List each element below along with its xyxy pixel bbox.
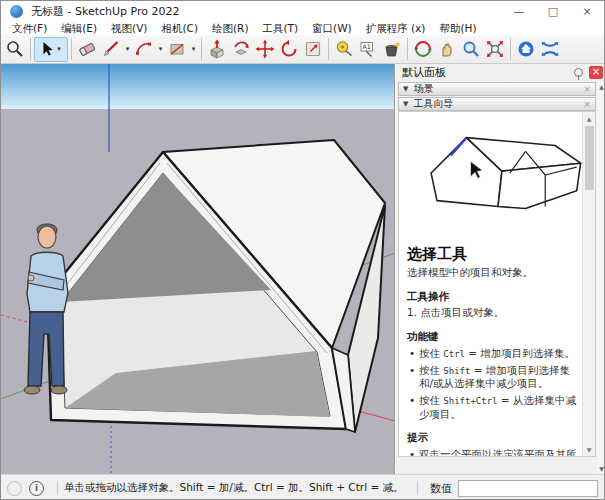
3d-warehouse-icon [516,39,536,59]
3d-warehouse-button[interactable] [514,37,538,62]
modifier-item: 按住 Shift+Ctrl = 从选择集中减少项目。 [407,394,580,421]
maximize-button[interactable]: □ [536,1,570,22]
rotate-tool-button[interactable] [277,37,301,62]
sketchup-app-icon [10,5,23,18]
svg-text:A1: A1 [363,43,371,50]
eraser-icon [77,39,97,59]
section-close-icon[interactable]: × [583,84,591,94]
eraser-tool-button[interactable] [75,37,99,62]
operation-title: 工具操作 [407,290,580,304]
zoom-window-icon [5,39,25,59]
panel-header: 默认面板 × [396,64,605,81]
menu-bar: 文件(F) 编辑(E) 视图(V) 相机(C) 绘图(R) 工具(T) 窗口(W… [1,22,604,35]
scroll-down-icon[interactable]: ▼ [587,443,592,456]
menu-draw[interactable]: 绘图(R) [205,22,256,35]
status-hint: 单击或拖动以选择对象。Shift = 加/减。Ctrl = 加。Shift + … [64,481,404,495]
default-tray-panel: 默认面板 × ▼ 场景 × ▼ 工具向导 × [396,64,605,474]
measurements-label: 数值 [430,481,452,496]
menu-help[interactable]: 帮助(H) [432,22,483,35]
menu-window[interactable]: 窗口(W) [305,22,359,35]
arc-tool-button[interactable] [132,37,156,62]
zoom-extents-button[interactable] [483,37,507,62]
section-scenes-label: 场景 [413,82,433,96]
zoom-icon [461,39,481,59]
tips-list: 双击一个平面以选定该平面及其所有边线。 双击一条边线以选定该边线及与其共享的平面… [407,448,580,456]
orbit-icon [413,39,433,59]
line-dropdown-icon[interactable]: ▾ [123,45,132,53]
panel-scrollbar[interactable]: ▲ ▼ [597,81,605,474]
push-pull-icon [207,39,227,59]
paint-bucket-icon [382,39,402,59]
instructor-content: 选择工具 选择模型中的项目和对象。 工具操作 1. 点击项目或对象。 功能键 按… [399,112,584,456]
select-tool-button[interactable]: ▾ [34,37,68,62]
paint-bucket-tool-button[interactable] [380,37,404,62]
close-button[interactable]: × [570,1,604,22]
status-bar: i 单击或拖动以选择对象。Shift = 加/减。Ctrl = 加。Shift … [1,474,604,500]
extension-warehouse-button[interactable] [538,37,562,62]
arc-dropdown-icon[interactable]: ▾ [156,45,165,53]
panel-close-button[interactable]: × [589,66,603,79]
extension-warehouse-icon [540,39,560,59]
modifier-title: 功能键 [407,330,580,344]
scroll-thumb[interactable] [585,126,594,190]
menu-camera[interactable]: 相机(C) [154,22,205,35]
model-viewport[interactable] [1,64,395,474]
text-tool-button[interactable]: A1 [356,37,380,62]
move-tool-button[interactable] [253,37,277,62]
offset-icon [303,39,323,59]
zoom-tool-button[interactable] [459,37,483,62]
text-icon: A1 [358,39,378,59]
instructor-heading: 选择工具 [407,245,580,264]
caret-icon: ▼ [403,100,408,108]
pan-hand-icon [437,39,457,59]
zoom-extents-icon [485,39,505,59]
tape-measure-tool-button[interactable] [332,37,356,62]
viewport-3d [1,64,395,474]
instructor-panel: 选择工具 选择模型中的项目和对象。 工具操作 1. 点击项目或对象。 功能键 按… [398,111,596,457]
section-scenes[interactable]: ▼ 场景 × [398,82,596,96]
follow-me-tool-button[interactable] [229,37,253,62]
rotate-icon [279,39,299,59]
menu-extensions[interactable]: 扩展程序 (x) [359,22,433,35]
operation-step: 1. 点击项目或对象。 [407,306,580,320]
geolocation-icon[interactable] [7,481,22,496]
section-instructor[interactable]: ▼ 工具向导 × [398,97,596,111]
main-toolbar: ▾ ▾ ▾ [1,35,604,64]
panel-title: 默认面板 [402,65,574,80]
zoom-window-button[interactable] [3,37,27,62]
info-icon[interactable]: i [29,481,44,496]
instructor-scrollbar[interactable]: ▲ ▼ [582,112,595,456]
section-close-icon[interactable]: × [583,99,591,109]
menu-edit[interactable]: 编辑(E) [54,22,104,35]
rectangle-dropdown-icon[interactable]: ▾ [189,45,198,53]
scroll-down-icon[interactable]: ▼ [599,465,604,472]
section-instructor-label: 工具向导 [413,97,453,111]
scroll-up-icon[interactable]: ▲ [587,112,592,125]
scroll-up-icon[interactable]: ▲ [599,83,604,90]
select-arrow-icon [39,40,55,58]
measurements-input[interactable] [458,480,598,497]
tip-item: 双击一个平面以选定该平面及其所有边线。 [407,448,580,456]
pencil-icon [101,39,121,59]
move-icon [255,39,275,59]
orbit-tool-button[interactable] [411,37,435,62]
pin-icon[interactable] [574,68,583,77]
modifier-item: 按住 Shift = 增加项目到选择集和/或从选择集中减少项目。 [407,364,580,391]
menu-tools[interactable]: 工具(T) [255,22,305,35]
menu-view[interactable]: 视图(V) [104,22,154,35]
line-tool-button[interactable] [99,37,123,62]
sketchup-window: 无标题 - SketchUp Pro 2022 — □ × 文件(F) 编辑(E… [0,0,605,500]
instructor-subtitle: 选择模型中的项目和对象。 [407,266,580,280]
minimize-button[interactable]: — [502,1,536,22]
modifier-list: 按住 Ctrl = 增加项目到选择集。 按住 Shift = 增加项目到选择集和… [407,347,580,421]
pan-tool-button[interactable] [435,37,459,62]
tape-measure-icon [334,39,354,59]
rectangle-tool-button[interactable] [165,37,189,62]
rectangle-icon [167,39,187,59]
offset-tool-button[interactable] [301,37,325,62]
push-pull-tool-button[interactable] [205,37,229,62]
select-dropdown-icon[interactable]: ▾ [55,45,64,53]
tips-title: 提示 [407,431,580,445]
menu-file[interactable]: 文件(F) [5,22,54,35]
window-title: 无标题 - SketchUp Pro 2022 [31,4,180,19]
